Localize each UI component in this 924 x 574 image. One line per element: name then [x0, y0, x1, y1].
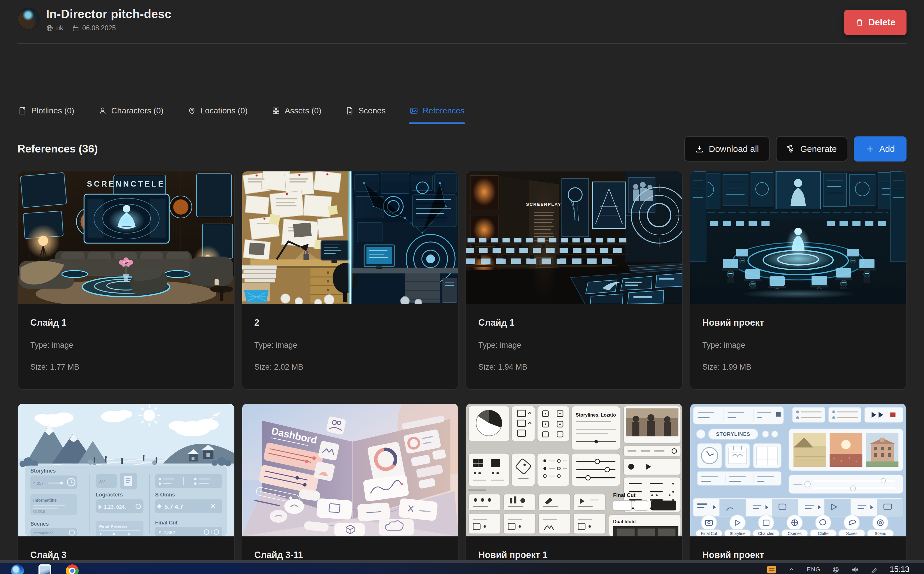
language-indicator[interactable]: ENG [807, 566, 820, 573]
art-label: Storylines [30, 468, 56, 474]
reference-card[interactable]: STORYLINES [689, 403, 907, 574]
download-icon [695, 144, 704, 154]
project-header-text: In-Director pitch-desc uk 06.08.2025 [46, 8, 172, 32]
reference-size: Size: 1.77 MB [30, 363, 222, 372]
art-button-label: Clutte [818, 531, 828, 536]
generate-button[interactable]: Generate [776, 136, 847, 161]
project-page: In-Director pitch-desc uk 06.08.2025 [0, 0, 924, 574]
project-meta: uk 06.08.2025 [46, 24, 172, 32]
art-label: S Omns [155, 492, 175, 498]
delete-button[interactable]: Delete [844, 10, 907, 35]
add-label: Add [879, 144, 895, 154]
pen-icon[interactable] [870, 566, 878, 573]
taskbar-app-icon[interactable] [11, 565, 24, 574]
plotlines-icon [18, 106, 27, 115]
art-label: Final Preview [99, 524, 127, 529]
card-artwork-lounge: SCRENNCTELE [18, 172, 234, 304]
art-title: Storylines, Lozato [576, 413, 616, 418]
references-toolbar: References (36) Download all Generate [17, 136, 907, 161]
tab-characters[interactable]: Characters (0) [98, 106, 164, 124]
network-icon[interactable] [832, 566, 839, 573]
language-label: uk [56, 24, 63, 32]
tab-bar: Plotlines (0) Characters (0) Locations (… [17, 106, 907, 124]
tab-plotlines[interactable]: Plotlines (0) [17, 106, 75, 124]
reference-thumbnail: Dashbord [242, 404, 458, 536]
reference-title: Новий проект 1 [479, 550, 670, 560]
plus-icon [866, 144, 875, 154]
volume-icon[interactable] [851, 566, 859, 573]
tab-label: Plotlines (0) [31, 106, 74, 115]
reference-thumbnail: SCRENNCTELE [18, 172, 234, 304]
reference-card-body: Новий проект Type: image Size: 1.99 MB [690, 304, 906, 389]
reference-thumbnail [242, 172, 458, 304]
tray-app-icon[interactable] [767, 566, 776, 573]
reference-title: Новий проект [702, 550, 894, 560]
reference-type: Type: image [702, 341, 894, 350]
tab-references[interactable]: References [409, 106, 465, 124]
reference-card[interactable]: SCREENPLAY [466, 171, 683, 390]
art-button-label: Storyline [730, 531, 746, 536]
reference-card[interactable]: 2 Type: image Size: 2.02 MB [242, 171, 459, 390]
references-icon [409, 106, 418, 115]
tab-scenes[interactable]: Scenes [345, 106, 386, 124]
reference-thumbnail: Storylines, Lozato [466, 404, 682, 536]
card-artwork-iso-dashboard: Dashbord [242, 404, 458, 536]
add-button[interactable]: Add [854, 136, 907, 161]
tab-locations[interactable]: Locations (0) [187, 106, 248, 124]
header-divider [17, 43, 907, 44]
window-bottom-edge [0, 560, 924, 563]
tray-expand-icon[interactable] [788, 566, 795, 573]
reference-title: Новий проект [702, 317, 894, 328]
scenes-icon [345, 106, 354, 115]
robot-clapper-icon [786, 144, 796, 154]
art-label: Dual blobt [613, 519, 636, 524]
art-value: 4,057 [33, 481, 43, 486]
art-value: Introaparior [33, 531, 53, 535]
clock[interactable]: 15:13 [889, 565, 910, 574]
project-avatar [17, 8, 39, 30]
page-title: In-Director pitch-desc [46, 8, 172, 21]
reference-type: Type: image [255, 341, 446, 350]
project-header: In-Director pitch-desc uk 06.08.2025 [17, 0, 907, 35]
art-value: 2,862 [163, 530, 175, 535]
reference-type: Type: image [479, 341, 670, 350]
reference-card[interactable]: Storylines, Lozato [466, 403, 683, 574]
assets-icon [272, 106, 280, 115]
references-heading: References (36) [17, 143, 98, 155]
tab-label: References [423, 106, 464, 115]
reference-size: Size: 1.94 MB [479, 363, 670, 372]
taskbar-bar: ENG 15:13 [0, 563, 924, 574]
date-label: 06.08.2025 [82, 24, 116, 32]
taskbar-chrome-icon[interactable] [66, 565, 79, 574]
reference-card-body: Слайд 1 Type: image Size: 1.77 MB [18, 304, 234, 389]
art-label: Final Cut [613, 492, 636, 498]
reference-thumbnail: Storylines 4,057 Informatiine 00:00,5 Sc… [18, 404, 234, 536]
taskbar-photos-icon[interactable] [38, 565, 51, 574]
reference-card[interactable]: SCRENNCTELE [17, 171, 235, 390]
art-button-label: Scnes [846, 531, 857, 536]
download-all-button[interactable]: Download all [685, 136, 770, 161]
reference-size: Size: 2.02 MB [255, 363, 446, 372]
reference-card[interactable]: Storylines 4,057 Informatiine 00:00,5 Sc… [17, 403, 235, 574]
card-artwork-mono-kit: Storylines, Lozato [466, 404, 682, 536]
card-artwork-robot-stage [690, 172, 906, 304]
tab-label: Locations (0) [200, 106, 248, 115]
toolbar-actions: Download all Generate Add [685, 136, 907, 161]
reference-thumbnail: STORYLINES [690, 404, 906, 536]
art-button-label: Scens [874, 531, 886, 536]
tab-assets[interactable]: Assets (0) [271, 106, 322, 124]
locations-icon [187, 106, 196, 115]
card-artwork-control-hall: SCREENPLAY [466, 172, 682, 304]
windows-taskbar: ENG 15:13 [0, 560, 924, 574]
tab-label: Characters (0) [111, 106, 164, 115]
reference-card[interactable]: Dashbord [242, 403, 459, 574]
art-value: 388 [99, 479, 105, 484]
reference-card-body: Слайд 1 Type: image Size: 1.94 MB [466, 304, 682, 389]
taskbar-apps [0, 563, 79, 574]
art-pill: STORYLINES [716, 431, 750, 437]
reference-title: Слайд 1 [479, 317, 670, 328]
art-label: Scenes [30, 521, 49, 527]
reference-title: 2 [255, 317, 446, 328]
art-label: Informatiine [33, 498, 57, 503]
reference-card[interactable]: Новий проект Type: image Size: 1.99 MB [689, 171, 907, 390]
